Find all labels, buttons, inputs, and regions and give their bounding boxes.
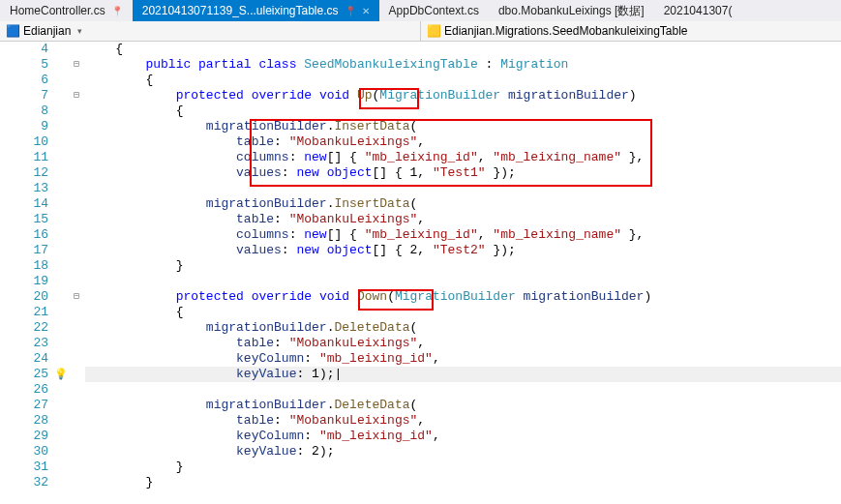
fold-gutter: ⊟⊟⊟: [68, 42, 85, 504]
code-line[interactable]: table: "MobankuLeixings",: [85, 336, 841, 351]
code-line[interactable]: values: new object[] { 2, "Test2" });: [85, 243, 841, 258]
code-line[interactable]: [85, 274, 841, 289]
fold-toggle: [68, 42, 85, 57]
lightbulb-icon: [54, 104, 68, 119]
lightbulb-icon: [54, 351, 68, 367]
code-line[interactable]: columns: new[] { "mb_leixing_id", "mb_le…: [85, 150, 841, 165]
line-number: 25: [0, 367, 48, 382]
lightbulb-icon: [54, 460, 68, 475]
nav-namespace-label: Edianjian: [23, 24, 71, 38]
fold-toggle: [68, 73, 85, 88]
tab-label: AppDbContext.cs: [389, 4, 479, 17]
fold-toggle: [68, 274, 85, 289]
code-line[interactable]: keyValue: 1);|: [85, 367, 841, 382]
tab-label: dbo.MobankuLeixings [数据]: [498, 3, 645, 19]
code-line[interactable]: protected override void Down(MigrationBu…: [85, 289, 841, 305]
lightbulb-icon: [54, 227, 68, 243]
fold-toggle: [68, 320, 85, 336]
line-number: 14: [0, 196, 48, 212]
line-number: 7: [0, 88, 48, 104]
tab-label: 20210413071139_S...uleixingTable.cs: [142, 4, 339, 17]
fold-toggle: [68, 227, 85, 243]
lightbulb-icon: [54, 42, 68, 57]
code-line[interactable]: migrationBuilder.DeleteData(: [85, 320, 841, 336]
code-line[interactable]: keyColumn: "mb_leixing_id",: [85, 429, 841, 444]
code-line[interactable]: columns: new[] { "mb_leixing_id", "mb_le…: [85, 227, 841, 243]
code-line[interactable]: protected override void Up(MigrationBuil…: [85, 88, 841, 104]
nav-namespace-dropdown[interactable]: 🟦 Edianjian ▾: [0, 21, 421, 41]
fold-toggle: [68, 367, 85, 382]
code-line[interactable]: values: new object[] { 1, "Test1" });: [85, 165, 841, 181]
code-line[interactable]: migrationBuilder.DeleteData(: [85, 398, 841, 413]
code-line[interactable]: {: [85, 73, 841, 88]
nav-class-dropdown[interactable]: 🟨 Edianjian.Migrations.SeedMobankuleixin…: [421, 21, 841, 41]
lightbulb-icon: [54, 119, 68, 134]
nav-bar: 🟦 Edianjian ▾ 🟨 Edianjian.Migrations.See…: [0, 21, 841, 42]
code-area[interactable]: { public partial class SeedMobankuleixin…: [85, 42, 841, 504]
fold-toggle: [68, 104, 85, 119]
line-number: 21: [0, 305, 48, 320]
line-number: 4: [0, 42, 48, 57]
lightbulb-icon: [54, 305, 68, 320]
code-line[interactable]: public partial class SeedMobankuleixingT…: [85, 57, 841, 73]
lightbulb-icon: [54, 274, 68, 289]
code-line[interactable]: [85, 382, 841, 398]
line-number: 29: [0, 429, 48, 444]
lightbulb-icon: [54, 336, 68, 351]
fold-toggle[interactable]: ⊟: [68, 88, 85, 104]
fold-toggle[interactable]: ⊟: [68, 57, 85, 73]
lightbulb-icon: [54, 165, 68, 181]
line-number: 5: [0, 57, 48, 73]
fold-toggle: [68, 243, 85, 258]
code-line[interactable]: }: [85, 460, 841, 475]
code-line[interactable]: keyColumn: "mb_leixing_id",: [85, 351, 841, 367]
code-line[interactable]: }: [85, 258, 841, 274]
lightbulb-icon: [54, 444, 68, 460]
code-line[interactable]: table: "MobankuLeixings",: [85, 212, 841, 227]
code-line[interactable]: {: [85, 305, 841, 320]
lightbulb-gutter: 💡: [54, 42, 68, 504]
code-line[interactable]: table: "MobankuLeixings",: [85, 413, 841, 429]
code-line[interactable]: keyValue: 2);: [85, 444, 841, 460]
fold-toggle: [68, 212, 85, 227]
code-line[interactable]: migrationBuilder.InsertData(: [85, 119, 841, 134]
line-number: 23: [0, 336, 48, 351]
chevron-down-icon: ▾: [77, 26, 82, 36]
code-line[interactable]: {: [85, 104, 841, 119]
line-number: 32: [0, 475, 48, 490]
tab-4[interactable]: 2021041307(: [654, 0, 742, 21]
lightbulb-icon: [54, 73, 68, 88]
code-line[interactable]: [85, 181, 841, 196]
lightbulb-icon[interactable]: 💡: [54, 367, 68, 382]
editor: 4567891011121314151617181920212223242526…: [0, 42, 841, 504]
line-number: 17: [0, 243, 48, 258]
tab-bar: HomeController.cs📍20210413071139_S...ule…: [0, 0, 841, 21]
tab-2[interactable]: AppDbContext.cs: [379, 0, 489, 21]
fold-toggle: [68, 150, 85, 165]
line-number: 9: [0, 119, 48, 134]
lightbulb-icon: [54, 196, 68, 212]
fold-toggle: [68, 429, 85, 444]
code-line[interactable]: migrationBuilder.InsertData(: [85, 196, 841, 212]
line-number: 19: [0, 274, 48, 289]
close-icon[interactable]: ✕: [362, 6, 370, 16]
pin-icon[interactable]: 📍: [111, 6, 123, 16]
tab-1[interactable]: 20210413071139_S...uleixingTable.cs📍✕: [133, 0, 379, 21]
code-line[interactable]: table: "MobankuLeixings",: [85, 134, 841, 150]
line-number: 22: [0, 320, 48, 336]
pin-icon[interactable]: 📍: [345, 6, 356, 16]
fold-toggle: [68, 134, 85, 150]
line-number: 20: [0, 289, 48, 305]
tab-label: HomeController.cs: [10, 4, 105, 17]
line-number: 27: [0, 398, 48, 413]
lightbulb-icon: [54, 181, 68, 196]
line-number: 26: [0, 382, 48, 398]
fold-toggle: [68, 181, 85, 196]
tab-3[interactable]: dbo.MobankuLeixings [数据]: [489, 0, 654, 21]
fold-toggle: [68, 196, 85, 212]
code-line[interactable]: {: [85, 42, 841, 57]
fold-toggle[interactable]: ⊟: [68, 289, 85, 305]
lightbulb-icon: [54, 212, 68, 227]
tab-0[interactable]: HomeController.cs📍: [0, 0, 133, 21]
code-line[interactable]: }: [85, 475, 841, 490]
